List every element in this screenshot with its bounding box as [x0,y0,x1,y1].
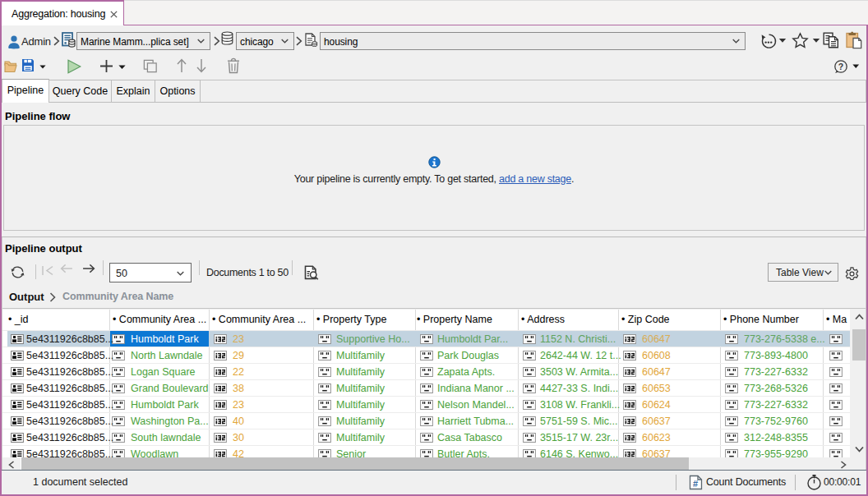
svg-text:#: # [693,479,698,489]
svg-text:?: ? [838,62,843,71]
